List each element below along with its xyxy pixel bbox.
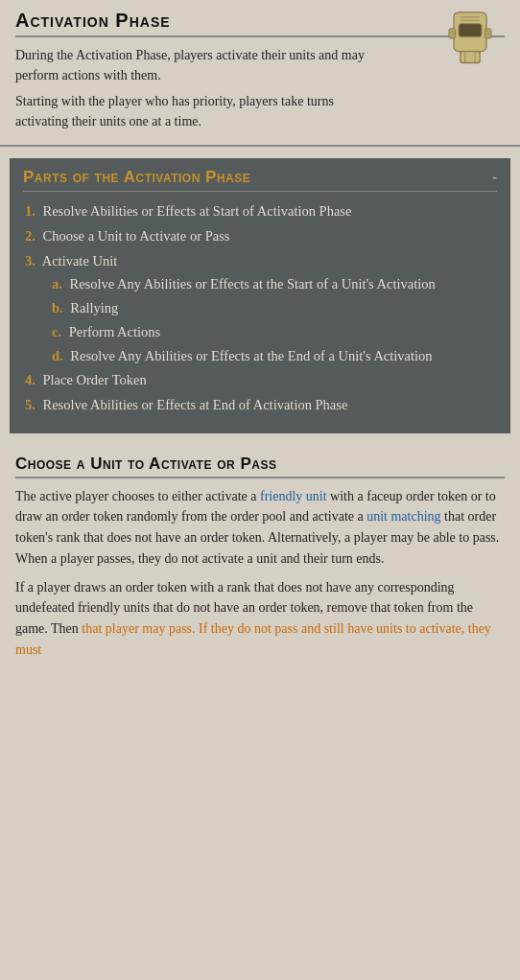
list-text: Choose a Unit to Activate or Pass [43,228,230,244]
highlight-then: that player may pass. If they do not pas… [15,621,491,657]
list-text: Resolve Abilities or Effects at End of A… [43,397,348,412]
list-item: 5. Resolve Abilities or Effects at End o… [23,395,497,416]
list-num: 2. [25,228,35,244]
sub-list-letter: b. [52,300,63,315]
parts-title: Parts of the Activation Phase [23,168,250,187]
svg-rect-4 [485,29,491,38]
list-text: Activate Unit [42,253,118,268]
page: Activation Phase During [0,0,520,677]
sub-list-text: Rallying [70,300,118,315]
choose-paragraph-1: The active player chooses to either acti… [15,486,505,570]
page-title: Activation Phase [15,10,505,37]
list-text: Place Order Token [43,372,147,387]
helmet-icon [437,6,503,71]
list-item: 2. Choose a Unit to Activate or Pass [23,226,497,247]
header-desc-1: During the Activation Phase, players act… [15,45,390,85]
sub-list-item: c. Perform Actions [52,322,497,343]
sub-list-text: Resolve Any Abilities or Effects at the … [70,348,432,363]
list-num: 4. [25,372,35,387]
choose-section-body: The active player chooses to either acti… [15,486,505,661]
list-num: 1. [25,203,35,219]
helmet-image [437,6,505,73]
svg-rect-2 [461,52,480,63]
sub-list-item: d. Resolve Any Abilities or Effects at t… [52,346,497,367]
highlight-unit: unit matching [366,509,440,524]
header-section: Activation Phase During [0,0,520,147]
header-description: During the Activation Phase, players act… [15,45,390,131]
list-item: 4. Place Order Token [23,370,497,391]
svg-rect-3 [449,29,456,38]
list-num: 5. [25,397,35,412]
sub-list-text: Perform Actions [69,324,160,339]
choose-section: Choose a Unit to Activate or Pass The ac… [0,445,520,678]
parts-title-bar: Parts of the Activation Phase - [23,168,497,192]
svg-rect-1 [459,24,482,37]
sub-list-letter: c. [52,324,61,339]
sub-list-item: b. Rallying [52,298,497,319]
sub-list-letter: d. [52,348,63,363]
list-num: 3. [25,253,35,268]
choose-paragraph-2: If a player draws an order token with a … [15,577,505,661]
list-text: Resolve Abilities or Effects at Start of… [43,203,352,219]
parts-collapse-button[interactable]: - [492,170,497,185]
highlight-friendly: friendly unit [260,489,327,503]
list-item: 1. Resolve Abilities or Effects at Start… [23,201,497,222]
sub-list-letter: a. [52,276,62,292]
sub-list-item: a. Resolve Any Abilities or Effects at t… [52,274,497,295]
parts-section: Parts of the Activation Phase - 1. Resol… [10,158,510,433]
header-desc-2: Starting with the player who has priorit… [15,91,390,131]
sub-list-text: Resolve Any Abilities or Effects at the … [70,276,436,292]
sub-list: a. Resolve Any Abilities or Effects at t… [25,274,497,366]
choose-section-title: Choose a Unit to Activate or Pass [15,455,505,478]
parts-list: 1. Resolve Abilities or Effects at Start… [23,201,497,416]
list-item: 3. Activate Unit a. Resolve Any Abilitie… [23,251,497,367]
